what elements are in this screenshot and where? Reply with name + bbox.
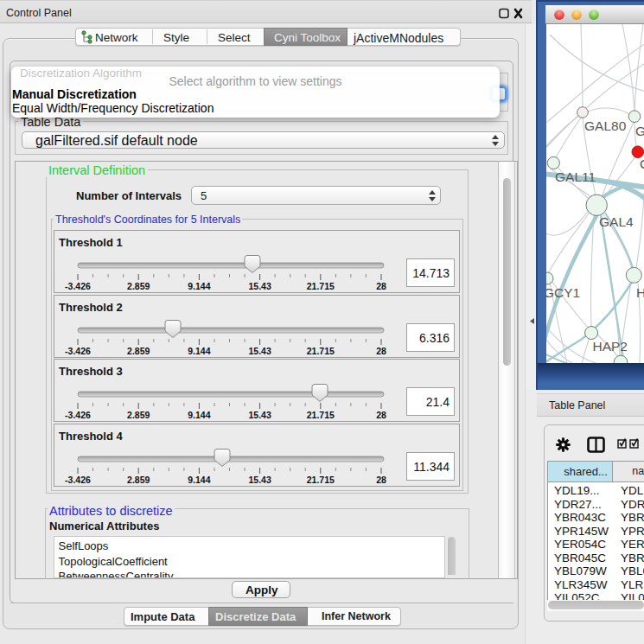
svg-text:9.144: 9.144: [188, 346, 210, 356]
svg-text:GCY1: GCY1: [546, 285, 580, 300]
svg-text:-3.426: -3.426: [65, 281, 91, 291]
svg-text:28: 28: [376, 410, 386, 420]
svg-text:9.144: 9.144: [188, 475, 210, 485]
svg-text:21.715: 21.715: [307, 475, 335, 485]
svg-text:2.859: 2.859: [127, 410, 150, 420]
svg-text:H: H: [636, 285, 644, 300]
svg-text:-3.426: -3.426: [65, 346, 91, 356]
svg-text:28: 28: [376, 475, 386, 485]
svg-text:9.144: 9.144: [188, 410, 210, 420]
svg-text:-3.426: -3.426: [65, 475, 91, 485]
svg-text:G.: G.: [635, 124, 644, 138]
svg-text:28: 28: [376, 346, 386, 356]
svg-text:28: 28: [376, 281, 386, 291]
svg-text:-3.426: -3.426: [65, 410, 91, 420]
svg-text:15.43: 15.43: [248, 346, 271, 356]
svg-text:C: C: [640, 156, 644, 171]
svg-text:2.859: 2.859: [127, 346, 150, 356]
svg-text:GAL11: GAL11: [555, 169, 596, 184]
svg-text:15.43: 15.43: [248, 281, 271, 291]
svg-text:15.43: 15.43: [248, 475, 271, 485]
svg-text:9.144: 9.144: [188, 281, 210, 291]
svg-text:HAP2: HAP2: [593, 339, 628, 354]
svg-text:21.715: 21.715: [307, 410, 335, 420]
svg-text:2.859: 2.859: [127, 475, 150, 485]
svg-text:2.859: 2.859: [127, 281, 150, 291]
svg-text:GAL4: GAL4: [599, 214, 634, 229]
svg-text:21.715: 21.715: [307, 281, 335, 291]
svg-text:21.715: 21.715: [307, 346, 335, 356]
svg-text:GAL80: GAL80: [584, 118, 627, 133]
svg-text:15.43: 15.43: [248, 410, 271, 420]
